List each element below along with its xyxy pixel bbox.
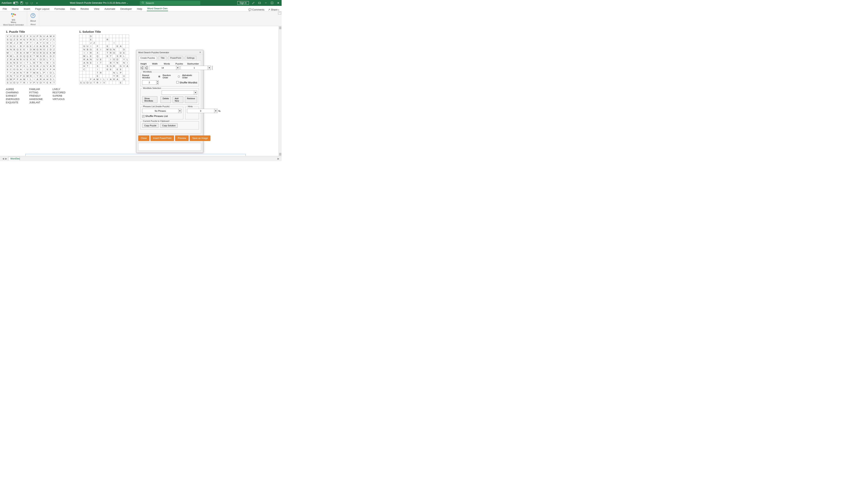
ribbon-mode-icon[interactable] (258, 1, 261, 5)
about-button[interactable]: ? About About (27, 11, 39, 26)
sheet-tabs: ◀ ▶ WordSearc ▶ (0, 156, 282, 161)
svg-rect-8 (15, 14, 16, 16)
puzzles-label: Puzzles (175, 63, 186, 65)
dialog-title: Word Search Puzzles Generator (138, 51, 169, 54)
qat-dropdown-icon[interactable]: ▾ (35, 1, 39, 5)
random-order-radio[interactable] (158, 75, 160, 78)
close-button[interactable]: Close (138, 136, 149, 141)
phrases-fieldset: Phrases List (Inside Puzzle) ▼ ✓Shuffle … (140, 107, 183, 119)
solution-section: 1. Solution Title DERJZIGUIFEEANBGEIMGND… (79, 30, 129, 104)
worksheet-canvas: 1. Puzzle Title VVODRZFXUPNUAMKSQZEHGVRE… (0, 26, 282, 143)
word-exquisite: EXQUISITE (6, 101, 20, 104)
svg-rect-6 (11, 13, 13, 15)
tab-formulas[interactable]: Formulas (54, 7, 65, 11)
close-window-icon[interactable]: ✕ (276, 1, 280, 5)
puzzles-input[interactable]: ▼ (180, 66, 211, 70)
ws-menu-button[interactable]: WSMenu Word Search Generator (0, 11, 27, 26)
svg-rect-5 (271, 2, 273, 4)
tab-help[interactable]: Help (137, 7, 143, 11)
tab-page-layout[interactable]: Page Layout (35, 7, 50, 11)
redo-icon[interactable] (30, 1, 33, 5)
copy-solution-button[interactable]: Copy Solution (160, 123, 178, 128)
share-button[interactable]: ↗ Share ▾ (268, 8, 279, 11)
word-virtuous: VIRTUOUS (52, 98, 65, 101)
tab-view[interactable]: View (93, 7, 100, 11)
alphabetic-order-radio[interactable] (178, 75, 180, 78)
word-charming: CHARMING (6, 91, 20, 94)
clipboard-fieldset: Current Puzzle to Clipboard Copy Puzzle … (140, 121, 199, 129)
repeat-label: Repeat Wordlist (142, 74, 156, 79)
maximize-icon[interactable] (270, 1, 274, 5)
word-friendly: FRIENDLY (29, 95, 43, 97)
scroll-up-icon[interactable] (279, 26, 282, 29)
save-icon[interactable] (20, 1, 23, 5)
tab-file[interactable]: File (2, 7, 7, 11)
sheet-scroll-right-icon[interactable]: ▶ (278, 157, 279, 160)
vertical-scrollbar[interactable] (279, 26, 282, 156)
collapse-ribbon-icon[interactable]: ˄ (278, 12, 281, 15)
delete-button[interactable]: Delete (161, 96, 171, 103)
shuffle-wordlist-checkbox[interactable] (176, 81, 178, 83)
insert-powerpoint-button[interactable]: Insert PowerPoint (150, 136, 174, 141)
save-as-image-button[interactable]: Save as Image (190, 136, 211, 141)
dialog-tab-settings[interactable]: Settings (185, 56, 196, 60)
tab-automate[interactable]: Automate (104, 7, 116, 11)
dialog-tab-title[interactable]: Title (159, 56, 166, 60)
sign-in-button[interactable]: Sign in (237, 1, 249, 5)
tab-developer[interactable]: Developer (120, 7, 132, 11)
autosave-label: AutoSave (2, 2, 12, 4)
svg-point-2 (142, 2, 144, 3)
word-lively: LIVELY (52, 88, 65, 91)
dialog-tab-powerpoint[interactable]: PowerPoint (168, 56, 183, 60)
svg-line-3 (143, 3, 144, 4)
puzzle-grid: VVODRZFXUPNUAMKSQZEHGVRELUPCJCOMJZMIPTIA… (6, 34, 56, 84)
window-titlebar: AutoSave ▾ Word Search Puzzle Generator … (0, 0, 282, 6)
svg-rect-4 (259, 2, 261, 4)
dialog-tab-create-puzzles[interactable]: Create Puzzles (139, 56, 157, 60)
pencil-icon[interactable] (251, 1, 255, 5)
dialog-titlebar[interactable]: Word Search Puzzles Generator × (136, 50, 203, 55)
toggle-off-icon[interactable] (13, 2, 18, 4)
sheet-tab-wordsearch[interactable]: WordSearc (8, 157, 20, 161)
word-jubilant: JUBILANT (29, 101, 43, 104)
minimize-icon[interactable]: − (264, 1, 268, 5)
search-box[interactable] (140, 1, 200, 5)
tab-review[interactable]: Review (80, 7, 89, 11)
copy-puzzle-button[interactable]: Copy Puzzle (142, 123, 159, 128)
scroll-down-icon[interactable] (279, 153, 282, 155)
add-new-button[interactable]: Add New (173, 96, 183, 103)
words-input[interactable]: ▼ (149, 66, 179, 70)
search-input[interactable] (146, 2, 198, 4)
tab-data[interactable]: Data (70, 7, 76, 11)
dialog-preview-area (138, 143, 201, 151)
shuffle-phrases-checkbox[interactable]: ✓ (142, 115, 145, 118)
retrieve-button[interactable]: Retrieve (185, 96, 197, 103)
startnumber-input[interactable] (212, 66, 213, 70)
puzzle-section: 1. Puzzle Title VVODRZFXUPNUAMKSQZEHGVRE… (6, 30, 66, 104)
hints-input[interactable]: ▼ (187, 109, 217, 113)
wordlist-select[interactable]: ▼ (162, 91, 197, 95)
words-label: Words (164, 63, 174, 65)
phrases-select[interactable]: ▼ (142, 109, 182, 113)
width-input[interactable]: ▲▼ (145, 66, 148, 70)
sheet-nav-next-icon[interactable]: ▶ (5, 157, 7, 160)
tab-insert[interactable]: Insert (23, 7, 31, 11)
tab-word-search-gen[interactable]: Word Search Gen (147, 6, 168, 11)
preview-button[interactable]: Preview (175, 136, 189, 141)
height-input[interactable]: ▲▼ (140, 66, 144, 70)
word-restored: RESTORED (52, 91, 65, 94)
wordlists-selection-fieldset: Wordlists Selection ▼ Show Wordlists Del… (140, 88, 199, 105)
word-handsome: HANDSOME (29, 98, 43, 101)
undo-icon[interactable] (25, 1, 28, 5)
show-wordlists-button[interactable]: Show Wordlists (142, 96, 158, 103)
solution-title: 1. Solution Title (79, 30, 129, 33)
sheet-nav-prev-icon[interactable]: ◀ (2, 157, 4, 160)
puzzle-title: 1. Puzzle Title (6, 30, 66, 33)
svg-rect-7 (13, 14, 14, 15)
word-fitting: FITTING (29, 91, 43, 94)
repeat-wordlist-input[interactable]: ▲▼ (142, 80, 159, 84)
autosave-toggle[interactable]: AutoSave (2, 2, 18, 4)
tab-home[interactable]: Home (11, 7, 19, 11)
comments-button[interactable]: 💬 Comments (248, 8, 264, 11)
dialog-close-icon[interactable]: × (199, 51, 201, 54)
